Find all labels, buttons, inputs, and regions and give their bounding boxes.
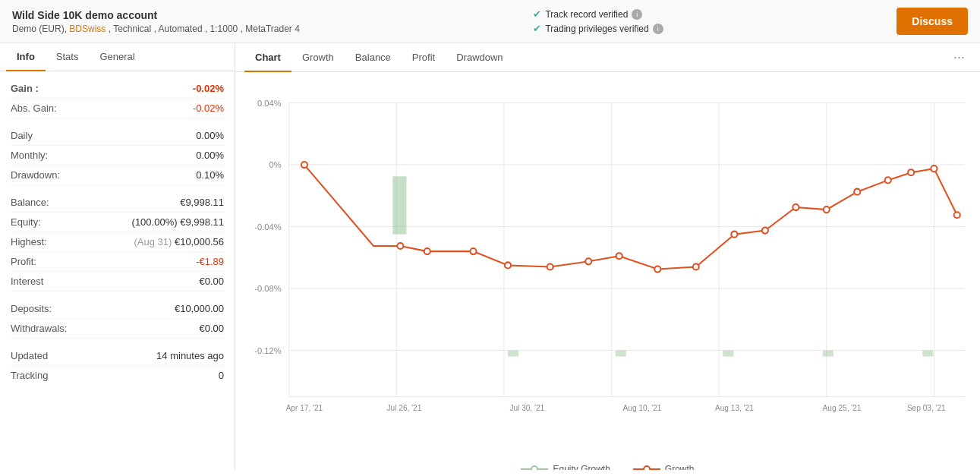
updated-label: Updated <box>11 350 48 361</box>
info-row-withdrawals: Withdrawals: €0.00 <box>11 319 224 339</box>
daily-value: 0.00% <box>196 130 224 141</box>
verification-info: ✔ Track record verified i ✔ Trading priv… <box>533 8 663 34</box>
tracking-value: 0 <box>219 370 224 381</box>
chart-tab-bar: Chart Growth Balance Profit Drawdown ··· <box>235 43 980 72</box>
highest-value: (Aug 31) €10,000.56 <box>134 236 224 247</box>
svg-point-33 <box>424 248 430 254</box>
header-left: Wild Side 10K demo account Demo (EUR), B… <box>12 9 300 34</box>
deposits-value: €10,000.00 <box>175 303 224 314</box>
svg-text:Aug 13, '21: Aug 13, '21 <box>715 404 754 412</box>
drawdown-value: 0.10% <box>196 169 224 181</box>
svg-point-41 <box>731 232 737 238</box>
equity-growth-line-icon <box>521 464 548 470</box>
svg-point-42 <box>762 228 768 234</box>
track-record-info-icon[interactable]: i <box>632 9 642 20</box>
svg-text:-0.08%: -0.08% <box>254 284 281 293</box>
chart-svg: 0.04% 0% -0.04% -0.08% -0.12% Apr 17, '2… <box>243 80 972 412</box>
svg-rect-26 <box>508 350 518 356</box>
balance-value: €9,998.11 <box>180 197 224 208</box>
info-row-monthly: Monthly: 0.00% <box>11 146 224 165</box>
info-row-tracking: Tracking 0 <box>11 366 224 385</box>
track-record-label: Track record verified <box>545 9 628 20</box>
check-icon-2: ✔ <box>533 23 541 34</box>
profit-label: Profit: <box>11 256 36 267</box>
drawdown-label: Drawdown: <box>11 169 60 181</box>
svg-rect-27 <box>616 350 626 356</box>
svg-text:Apr 17, '21: Apr 17, '21 <box>286 404 323 412</box>
legend-equity-growth: Equity Growth <box>521 464 610 470</box>
svg-point-40 <box>693 263 699 270</box>
info-row-abs-gain: Abs. Gain: -0.02% <box>11 99 224 118</box>
gain-value: -0.02% <box>193 83 224 94</box>
left-panel: Info Stats General Gain : -0.02% Abs. Ga… <box>0 43 235 470</box>
svg-point-34 <box>470 248 476 254</box>
info-row-daily: Daily 0.00% <box>11 126 224 146</box>
info-row-interest: Interest €0.00 <box>11 272 224 292</box>
check-icon: ✔ <box>533 8 541 20</box>
svg-point-43 <box>793 204 799 210</box>
main-layout: Info Stats General Gain : -0.02% Abs. Ga… <box>0 43 980 470</box>
svg-point-49 <box>954 212 960 218</box>
svg-text:0%: 0% <box>269 160 282 169</box>
svg-text:Sep 03, '21: Sep 03, '21 <box>907 404 946 412</box>
trading-privileges-label: Trading privileges verified <box>545 24 648 34</box>
svg-point-35 <box>505 262 511 268</box>
interest-value: €0.00 <box>199 276 224 287</box>
monthly-value: 0.00% <box>196 150 224 161</box>
account-title: Wild Side 10K demo account <box>12 9 300 21</box>
track-record-item: ✔ Track record verified i <box>533 8 663 20</box>
tab-info[interactable]: Info <box>6 43 46 71</box>
updated-value: 14 minutes ago <box>156 350 224 361</box>
svg-point-39 <box>654 266 660 272</box>
trading-privileges-info-icon[interactable]: i <box>653 24 663 34</box>
svg-text:-0.04%: -0.04% <box>254 222 281 232</box>
withdrawals-value: €0.00 <box>199 323 224 334</box>
bdswiss-link[interactable]: BDSwiss <box>69 24 106 34</box>
chart-tab-chart[interactable]: Chart <box>244 44 291 72</box>
chart-tab-growth[interactable]: Growth <box>291 44 345 72</box>
svg-point-47 <box>908 169 914 175</box>
svg-point-31 <box>301 162 307 168</box>
trading-privileges-item: ✔ Trading privileges verified i <box>533 23 663 34</box>
svg-point-48 <box>931 165 937 172</box>
svg-point-38 <box>616 253 622 259</box>
right-panel: Chart Growth Balance Profit Drawdown ··· <box>235 43 980 470</box>
withdrawals-label: Withdrawals: <box>11 323 67 334</box>
svg-point-44 <box>824 206 830 213</box>
chart-tab-drawdown[interactable]: Drawdown <box>446 44 513 72</box>
svg-point-51 <box>531 466 537 470</box>
abs-gain-value: -0.02% <box>193 102 224 114</box>
chart-tab-profit[interactable]: Profit <box>402 44 446 72</box>
svg-point-36 <box>547 263 553 270</box>
chart-more-options[interactable]: ··· <box>947 43 971 71</box>
svg-point-37 <box>585 258 591 264</box>
equity-value: (100.00%) €9,998.11 <box>132 216 224 228</box>
svg-text:0.04%: 0.04% <box>257 99 282 108</box>
left-tab-bar: Info Stats General <box>0 43 235 71</box>
svg-rect-29 <box>823 350 833 356</box>
chart-area: 0.04% 0% -0.04% -0.08% -0.12% Apr 17, '2… <box>235 72 980 458</box>
tab-stats[interactable]: Stats <box>46 43 90 71</box>
svg-point-45 <box>854 189 860 195</box>
deposits-label: Deposits: <box>11 303 52 314</box>
svg-text:-0.12%: -0.12% <box>254 346 281 355</box>
chart-legend: Equity Growth Growth <box>235 458 980 470</box>
info-row-gain: Gain : -0.02% <box>11 79 224 99</box>
svg-text:Aug 10, '21: Aug 10, '21 <box>623 404 662 412</box>
svg-rect-25 <box>392 176 406 234</box>
monthly-label: Monthly: <box>11 150 48 161</box>
svg-point-46 <box>885 177 891 183</box>
discuss-button[interactable]: Discuss <box>896 8 968 35</box>
account-subtitle: Demo (EUR), BDSwiss , Technical , Automa… <box>12 24 300 34</box>
header: Wild Side 10K demo account Demo (EUR), B… <box>0 0 980 43</box>
svg-point-53 <box>644 466 650 470</box>
svg-point-32 <box>397 243 403 249</box>
info-row-highest: Highest: (Aug 31) €10,000.56 <box>11 232 224 252</box>
legend-growth: Growth <box>633 464 695 470</box>
abs-gain-label: Abs. Gain: <box>11 102 57 114</box>
svg-text:Jul 26, '21: Jul 26, '21 <box>387 404 422 412</box>
tab-general[interactable]: General <box>89 43 145 71</box>
chart-tab-balance[interactable]: Balance <box>345 44 402 72</box>
info-row-deposits: Deposits: €10,000.00 <box>11 299 224 319</box>
interest-label: Interest <box>11 276 43 287</box>
